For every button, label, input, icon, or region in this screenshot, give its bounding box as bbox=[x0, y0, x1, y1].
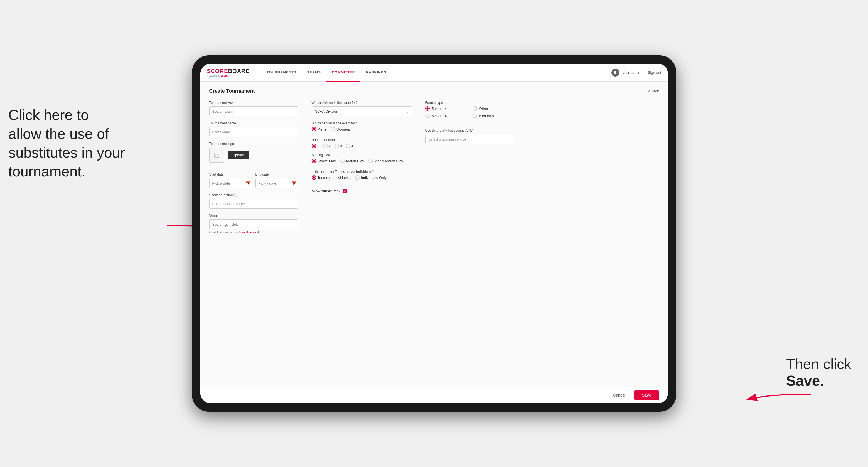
scoring-match-label: Match Play bbox=[346, 159, 364, 163]
scoring-label: Scoring system bbox=[312, 153, 412, 157]
sponsor-input[interactable] bbox=[209, 199, 298, 209]
form-col-1: Tournament Host Tournament name Tourname… bbox=[209, 101, 298, 239]
round-1-radio[interactable] bbox=[312, 144, 316, 148]
teams-group: Is this event for Teams and/or Individua… bbox=[312, 170, 412, 182]
round-4-option[interactable]: 4 bbox=[346, 144, 353, 148]
back-link[interactable]: < Back bbox=[648, 89, 659, 93]
page-content: Create Tournament < Back Tournament Host… bbox=[200, 82, 668, 386]
round-3-radio[interactable] bbox=[335, 144, 339, 148]
individuals-only-option[interactable]: Individuals Only bbox=[355, 175, 386, 180]
format-5count4-option[interactable]: 5 count 4 bbox=[425, 106, 467, 111]
individuals-only-label: Individuals Only bbox=[361, 176, 386, 180]
division-select-wrapper: NCAA Division I bbox=[312, 106, 412, 116]
division-group: Which division is the event for? NCAA Di… bbox=[312, 101, 412, 116]
form-grid: Tournament Host Tournament name Tourname… bbox=[209, 101, 659, 239]
page-header: Create Tournament < Back bbox=[209, 88, 659, 94]
upload-button[interactable]: Upload bbox=[228, 151, 249, 159]
nav-rankings[interactable]: RANKINGS bbox=[361, 64, 392, 82]
gender-label: Which gender is the event for? bbox=[312, 121, 412, 125]
gender-womens-radio[interactable] bbox=[331, 127, 335, 131]
scoring-medal-option[interactable]: Medal Match Play bbox=[368, 159, 403, 163]
format-other-option[interactable]: Other bbox=[472, 106, 514, 111]
format-6count4-option[interactable]: 6 count 4 bbox=[425, 114, 467, 118]
nav-teams[interactable]: TEAMS bbox=[302, 64, 326, 82]
sponsor-group: Sponsor (optional) bbox=[209, 193, 298, 209]
gender-mens-option[interactable]: Mens bbox=[312, 127, 327, 131]
nav-username: blair admin bbox=[623, 70, 640, 74]
round-2-radio[interactable] bbox=[323, 144, 328, 148]
nav-tournaments[interactable]: TOURNAMENTS bbox=[261, 64, 302, 82]
format-options-grid: 5 count 4 Other 6 count 4 bbox=[425, 106, 514, 118]
start-date-label: Start date bbox=[209, 173, 252, 177]
scoring-api-select-wrapper: Select a scoring service bbox=[425, 134, 514, 144]
sign-out-link[interactable]: Sign out bbox=[648, 70, 661, 74]
tournament-host-group: Tournament Host bbox=[209, 101, 298, 116]
venue-label: Venue bbox=[209, 214, 298, 218]
round-4-label: 4 bbox=[351, 144, 353, 148]
teams-radio-group: Teams (+Individuals) Individuals Only bbox=[312, 175, 412, 180]
date-row: Start date 📅 End date 📅 bbox=[209, 173, 298, 188]
cancel-button[interactable]: Cancel bbox=[609, 391, 630, 400]
format-other-radio[interactable] bbox=[472, 106, 477, 111]
gender-group: Which gender is the event for? Mens Wome… bbox=[312, 121, 412, 133]
logo-scoreboard: SCOREBOARD bbox=[207, 68, 250, 74]
logo-upload-area: Upload bbox=[209, 148, 298, 162]
annotation-right-bold: Save. bbox=[786, 373, 824, 389]
round-1-label: 1 bbox=[317, 144, 319, 148]
annotation-left-line1: Click here to bbox=[8, 107, 89, 123]
footer-bar: Cancel Save bbox=[200, 386, 668, 403]
substitutes-checkbox[interactable]: ✓ bbox=[343, 189, 347, 193]
tournament-name-input[interactable] bbox=[209, 127, 298, 137]
annotation-right-line1: Then click bbox=[786, 356, 851, 372]
substitutes-group: Allow substitutes? ✓ bbox=[312, 186, 412, 193]
format-group: Format type 5 count 4 Other bbox=[425, 101, 514, 118]
format-6count5-label: 6 count 5 bbox=[479, 114, 494, 118]
venue-hint: Can't find your venue? email support bbox=[209, 230, 298, 234]
nav-links: TOURNAMENTS TEAMS COMMITTEE RANKINGS bbox=[261, 64, 612, 82]
format-5count4-label: 5 count 4 bbox=[432, 106, 447, 111]
gender-mens-radio[interactable] bbox=[312, 127, 316, 131]
page-title: Create Tournament bbox=[209, 88, 255, 94]
scoring-api-select[interactable]: Select a scoring service bbox=[425, 134, 514, 144]
tournament-logo-label: Tournament logo bbox=[209, 142, 298, 146]
substitutes-checkbox-item: Allow substitutes? ✓ bbox=[312, 189, 412, 193]
scoring-match-option[interactable]: Match Play bbox=[340, 159, 364, 163]
tablet-frame: SCOREBOARD Powered by clippd TOURNAMENTS… bbox=[192, 55, 676, 412]
logo-area: SCOREBOARD Powered by clippd bbox=[207, 68, 250, 77]
venue-email-link[interactable]: email support bbox=[241, 230, 259, 234]
format-5count4-radio[interactable] bbox=[425, 106, 430, 111]
nav-committee[interactable]: COMMITTEE bbox=[326, 64, 361, 82]
teams-plus-radio[interactable] bbox=[312, 175, 316, 180]
format-6count4-radio[interactable] bbox=[425, 114, 430, 118]
round-3-option[interactable]: 3 bbox=[335, 144, 342, 148]
round-1-option[interactable]: 1 bbox=[312, 144, 319, 148]
division-select[interactable]: NCAA Division I bbox=[312, 106, 412, 116]
venue-select-wrapper bbox=[209, 219, 298, 229]
rounds-radio-group: 1 2 3 4 bbox=[312, 144, 412, 148]
venue-input[interactable] bbox=[209, 219, 298, 229]
nav-right: B blair admin | Sign out bbox=[612, 69, 661, 76]
tournament-host-label: Tournament Host bbox=[209, 101, 298, 105]
round-4-radio[interactable] bbox=[346, 144, 350, 148]
individuals-only-radio[interactable] bbox=[355, 175, 360, 180]
format-6count5-option[interactable]: 6 count 5 bbox=[472, 114, 514, 118]
save-button[interactable]: Save bbox=[634, 391, 659, 400]
gender-womens-option[interactable]: Womens bbox=[331, 127, 351, 131]
scoring-medal-radio[interactable] bbox=[368, 159, 373, 163]
scoring-stroke-label: Stroke Play bbox=[317, 159, 336, 163]
teams-plus-individuals-option[interactable]: Teams (+Individuals) bbox=[312, 175, 351, 180]
tournament-host-input[interactable] bbox=[209, 106, 298, 116]
round-2-option[interactable]: 2 bbox=[323, 144, 331, 148]
tournament-name-label: Tournament name bbox=[209, 121, 298, 125]
annotation-left: Click here to allow the use of substitut… bbox=[8, 106, 125, 181]
rounds-group: Number of rounds 1 2 bbox=[312, 138, 412, 148]
scoring-stroke-radio[interactable] bbox=[312, 159, 316, 163]
scoring-match-radio[interactable] bbox=[340, 159, 345, 163]
format-6count5-radio[interactable] bbox=[472, 114, 477, 118]
svg-point-3 bbox=[215, 154, 216, 154]
substitutes-label: Allow substitutes? bbox=[312, 189, 341, 193]
nav-avatar: B bbox=[612, 69, 619, 76]
gender-mens-label: Mens bbox=[317, 127, 327, 131]
scoring-stroke-option[interactable]: Stroke Play bbox=[312, 159, 336, 163]
teams-plus-label: Teams (+Individuals) bbox=[317, 176, 351, 180]
